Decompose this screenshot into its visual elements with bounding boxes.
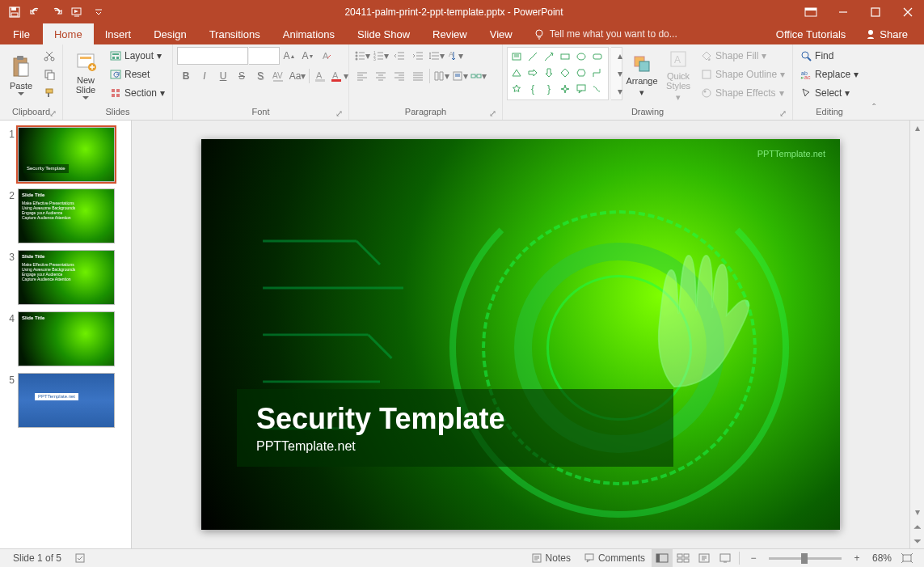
- shapes-gallery[interactable]: { }: [507, 47, 609, 100]
- shape-textbox[interactable]: [509, 49, 524, 64]
- font-name-input[interactable]: [177, 47, 248, 65]
- shape-rect[interactable]: [558, 49, 572, 64]
- columns-button[interactable]: ▾: [432, 67, 450, 85]
- thumbnail-4[interactable]: Slide Title: [18, 311, 115, 366]
- zoom-level[interactable]: 68%: [867, 552, 897, 564]
- thumbnail-2[interactable]: Slide TitleMake Effective PresentationsU…: [18, 188, 115, 243]
- align-text-button[interactable]: ▾: [451, 67, 469, 85]
- shape-rbrace[interactable]: }: [542, 82, 556, 96]
- tab-slideshow[interactable]: Slide Show: [346, 23, 421, 44]
- tab-design[interactable]: Design: [142, 23, 197, 44]
- quick-styles-button[interactable]: AQuick Styles▾: [661, 47, 695, 104]
- minimize-button[interactable]: [827, 0, 859, 23]
- decrease-indent-button[interactable]: [390, 47, 408, 65]
- text-shadow-button[interactable]: S: [251, 67, 269, 85]
- shape-callout[interactable]: [574, 82, 589, 96]
- zoom-slider[interactable]: [769, 557, 842, 560]
- tab-review[interactable]: Review: [421, 23, 479, 44]
- tell-me-search[interactable]: Tell me what you want to do...: [524, 23, 766, 44]
- format-painter-button[interactable]: [40, 84, 58, 102]
- smartart-button[interactable]: ▾: [470, 67, 487, 85]
- drawing-dialog-launcher[interactable]: ⤢: [777, 108, 788, 119]
- bullets-button[interactable]: ▾: [353, 47, 371, 65]
- font-highlight-button[interactable]: A: [312, 67, 330, 85]
- thumbnail-3[interactable]: Slide TitleMake Effective PresentationsU…: [18, 250, 115, 305]
- align-left-button[interactable]: [353, 67, 371, 85]
- shape-fill-button[interactable]: Shape Fill ▾: [698, 47, 788, 65]
- redo-button[interactable]: [47, 2, 66, 22]
- line-spacing-button[interactable]: ▾: [428, 47, 445, 65]
- zoom-in-button[interactable]: +: [846, 549, 867, 568]
- font-dialog-launcher[interactable]: ⤢: [333, 108, 344, 119]
- office-tutorials-link[interactable]: Office Tutorials: [766, 28, 855, 40]
- copy-button[interactable]: [40, 66, 58, 83]
- align-center-button[interactable]: [372, 67, 390, 85]
- thumbnail-1[interactable]: Security Template: [18, 127, 115, 182]
- slide-editor[interactable]: PPTTemplate.net Security Template PPTTem…: [132, 121, 909, 548]
- shape-line[interactable]: [525, 49, 540, 64]
- zoom-out-button[interactable]: −: [743, 549, 764, 568]
- shape-triangle[interactable]: [509, 66, 524, 80]
- maximize-button[interactable]: [859, 0, 892, 23]
- clear-formatting-button[interactable]: A: [318, 47, 335, 65]
- tab-animations[interactable]: Animations: [272, 23, 346, 44]
- cut-button[interactable]: [40, 47, 58, 65]
- new-slide-button[interactable]: New Slide: [67, 47, 104, 104]
- italic-button[interactable]: I: [196, 67, 213, 85]
- shape-right-arrow[interactable]: [525, 66, 540, 80]
- comments-button[interactable]: Comments: [577, 549, 652, 568]
- shape-lbrace[interactable]: {: [525, 82, 540, 96]
- reading-view-button[interactable]: [694, 549, 715, 568]
- increase-indent-button[interactable]: [409, 47, 427, 65]
- text-direction-button[interactable]: A▾: [446, 47, 464, 65]
- shape-diamond[interactable]: [558, 66, 572, 80]
- shape-down-arrow[interactable]: [542, 66, 556, 80]
- slide-indicator[interactable]: Slide 1 of 5: [6, 552, 68, 564]
- decrease-font-button[interactable]: A▼: [299, 47, 317, 65]
- thumbnail-5[interactable]: PPTTemplate.net: [18, 373, 115, 428]
- share-button[interactable]: Share: [855, 28, 918, 40]
- ribbon-display-options-button[interactable]: [795, 0, 827, 23]
- start-from-beginning-button[interactable]: [68, 2, 87, 22]
- tab-file[interactable]: File: [0, 23, 43, 44]
- next-slide-button[interactable]: ⏷: [910, 534, 924, 548]
- character-spacing-button[interactable]: AV: [270, 67, 288, 85]
- zoom-slider-thumb[interactable]: [801, 553, 808, 564]
- shape-hexagon[interactable]: [574, 66, 589, 80]
- undo-button[interactable]: [26, 2, 45, 22]
- vertical-scrollbar[interactable]: ▴ ▾ ⏶ ⏷: [909, 121, 924, 548]
- tab-insert[interactable]: Insert: [94, 23, 143, 44]
- notes-button[interactable]: Notes: [525, 549, 577, 568]
- shape-connector[interactable]: [590, 82, 605, 96]
- slide-canvas[interactable]: PPTTemplate.net Security Template PPTTem…: [201, 139, 840, 530]
- normal-view-button[interactable]: [652, 549, 673, 568]
- numbering-button[interactable]: 123▾: [372, 47, 390, 65]
- close-button[interactable]: [892, 0, 924, 23]
- bold-button[interactable]: B: [177, 67, 195, 85]
- shape-oval[interactable]: [574, 49, 589, 64]
- collapse-ribbon-button[interactable]: ˆ: [866, 99, 882, 117]
- select-button[interactable]: Select ▾: [797, 84, 862, 102]
- tab-transitions[interactable]: Transitions: [198, 23, 272, 44]
- replace-button[interactable]: abacReplace ▾: [797, 66, 862, 83]
- arrange-button[interactable]: Arrange▾: [625, 47, 659, 104]
- clipboard-dialog-launcher[interactable]: ⤢: [47, 108, 58, 119]
- reset-button[interactable]: Reset: [107, 66, 168, 83]
- increase-font-button[interactable]: A▲: [281, 47, 298, 65]
- paste-button[interactable]: Paste: [4, 47, 38, 104]
- tab-view[interactable]: View: [479, 23, 524, 44]
- font-color-button[interactable]: A▾: [331, 67, 348, 85]
- save-button[interactable]: [5, 2, 24, 22]
- fit-to-window-button[interactable]: [897, 549, 918, 568]
- change-case-button[interactable]: Aa▾: [289, 67, 306, 85]
- slide-sorter-button[interactable]: [673, 549, 694, 568]
- prev-slide-button[interactable]: ⏶: [910, 519, 924, 534]
- scroll-down-button[interactable]: ▾: [910, 505, 924, 519]
- section-button[interactable]: Section ▾: [107, 84, 168, 102]
- shape-elbow[interactable]: [590, 66, 605, 80]
- title-textbox[interactable]: Security Template PPTTemplate.net: [237, 389, 673, 467]
- scroll-up-button[interactable]: ▴: [910, 121, 924, 135]
- shape-outline-button[interactable]: Shape Outline ▾: [698, 66, 788, 83]
- spellcheck-button[interactable]: [68, 549, 92, 568]
- layout-button[interactable]: Layout ▾: [107, 47, 168, 65]
